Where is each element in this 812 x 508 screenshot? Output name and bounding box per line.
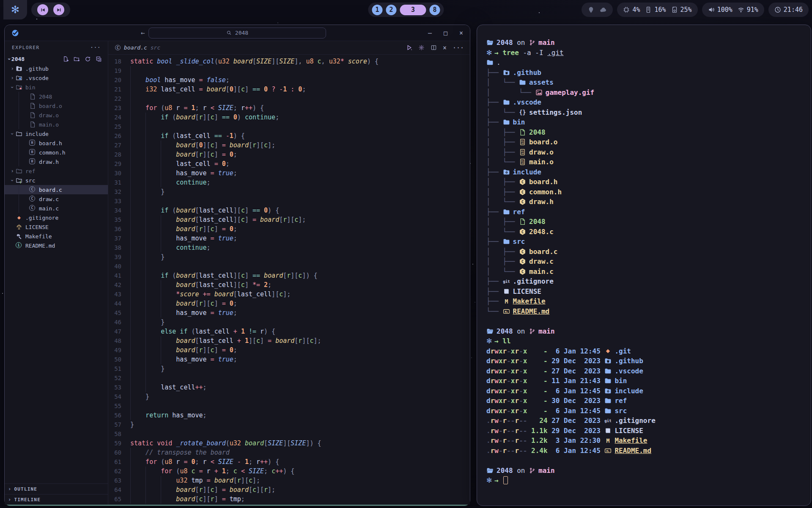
code-line-61: 61for (u8 r = 0; r < SIZE - 1; r++) { — [108, 457, 470, 467]
tree-row-ref: ├── ref — [486, 207, 801, 217]
window-controls: – □ × — [428, 29, 463, 37]
terminal-content[interactable]: 2048 on main✻ → tree -a -I .git.├── .git… — [477, 25, 811, 498]
explorer-item-src[interactable]: ›{src — [5, 176, 108, 185]
imgfile-icon — [535, 89, 543, 96]
editor-titlebar[interactable]: ← → 2048 – □ × — [5, 25, 470, 41]
svg-text:M↓: M↓ — [606, 449, 610, 453]
tree-row-2048: │ ├── 2048 — [486, 217, 801, 227]
chevron-down-icon: › — [9, 130, 15, 137]
tree-row-main.o: │ └── 0110main.o — [486, 157, 801, 167]
svg-text:git: git — [503, 280, 510, 284]
code-editor[interactable]: 18static bool _slide_col(u32 board[SIZE]… — [108, 55, 470, 505]
tab-board-c[interactable]: C board.c src — [115, 44, 160, 51]
code-line-19: 19 — [108, 66, 470, 75]
explorer-root-folder[interactable]: › 2048 — [5, 54, 108, 64]
folder-icon — [16, 130, 22, 137]
ll-row-ref: drwxr-xr-x - 30 Dec 2023 ref — [486, 396, 801, 406]
more-actions-icon[interactable]: ··· — [453, 44, 464, 52]
new-folder-button[interactable] — [74, 56, 80, 62]
line-number: 33 — [108, 196, 130, 206]
chevron-right-icon: › — [9, 75, 16, 81]
clock-widget[interactable]: 21:46 — [768, 3, 809, 17]
gearfolder-icon — [604, 387, 612, 395]
explorer-item-include[interactable]: ›include — [5, 129, 108, 138]
tree-row-board.o: │ ├── 0110board.o — [486, 137, 801, 147]
skip-back-button[interactable] — [37, 4, 48, 15]
explorer-item-2048[interactable]: 2048 — [5, 92, 108, 101]
code-line-50: 50has_move = true; — [108, 355, 470, 364]
split-editor-icon[interactable] — [431, 44, 437, 51]
explorer-item-board.o[interactable]: board.o — [5, 101, 108, 110]
tree-row-LICENSE: ├── LICENSE — [486, 287, 801, 297]
cpu-chip-icon — [623, 6, 630, 13]
collapse-all-button[interactable] — [96, 56, 102, 62]
workspace-8[interactable]: 8 — [430, 5, 440, 15]
maximize-button[interactable]: □ — [444, 29, 447, 37]
outline-panel-header[interactable]: ›OUTLINE — [5, 483, 108, 494]
refresh-button[interactable] — [85, 56, 91, 62]
explorer-item-README.md[interactable]: iREADME.md — [5, 241, 108, 250]
tree-row-.github: ├── .github — [486, 68, 801, 78]
item-label: .gitignore — [25, 215, 58, 221]
svg-text:M↓: M↓ — [505, 310, 508, 313]
settings-gear-icon[interactable] — [418, 44, 425, 51]
explorer-more-button[interactable]: ··· — [90, 44, 101, 51]
explorer-item-main.o[interactable]: main.o — [5, 120, 108, 129]
item-label: README.md — [25, 243, 55, 249]
tree-root: . — [486, 58, 801, 68]
code-line-21: 21i32 last_cell = board[0][c] == 0 ? -1 … — [108, 85, 470, 94]
explorer-item-.github[interactable]: ›.github — [5, 64, 108, 73]
code-line-57: 57} — [108, 420, 470, 429]
item-label: src — [25, 177, 35, 184]
line-number: 48 — [108, 336, 130, 345]
ram-stat: 16% — [645, 6, 666, 14]
binfile-icon: 0110 — [519, 158, 526, 166]
nav-back-button[interactable]: ← — [141, 29, 145, 37]
timeline-panel-header[interactable]: ›TIMELINE — [5, 494, 108, 505]
explorer-item-main.c[interactable]: Cmain.c — [5, 204, 108, 213]
code-line-54: 54} — [108, 392, 470, 401]
line-number: 55 — [108, 401, 130, 411]
svg-text:C: C — [521, 260, 524, 264]
editor-window: ← → 2048 – □ × EXPLORER ··· › 20 — [4, 25, 470, 506]
minimize-button[interactable]: – — [428, 29, 432, 37]
close-button[interactable]: × — [459, 29, 463, 37]
terminal-blank — [486, 316, 801, 326]
volume-stat[interactable]: 100% — [708, 6, 732, 14]
explorer-item-bin[interactable]: ›bin — [5, 83, 108, 92]
explorer-item-.vscode[interactable]: ›.vscode — [5, 73, 108, 83]
nix-launcher-button[interactable]: ✻ — [3, 0, 27, 19]
location-pin-icon — [587, 6, 595, 14]
explorer-item-LICENSE[interactable]: LICENSE — [5, 222, 108, 232]
git-branch-icon — [529, 328, 535, 334]
code-line-24: 24if (board[r][c] == 0) continue; — [108, 113, 470, 122]
sidebar-bottom-panels: ›OUTLINE ›TIMELINE — [5, 483, 108, 505]
editor-actions: ×··· — [406, 44, 470, 52]
line-number: 65 — [108, 494, 130, 504]
explorer-item-ref[interactable]: ›ref — [5, 166, 108, 176]
workspace-3-active[interactable]: 3 — [400, 5, 426, 15]
explorer-item-.gitignore[interactable]: ◆.gitignore — [5, 213, 108, 222]
explorer-item-common.h[interactable]: Hcommon.h — [5, 148, 108, 157]
explorer-item-board.c[interactable]: Cboard.c — [5, 185, 108, 194]
weather-widget[interactable] — [582, 3, 613, 17]
src-folder-icon: { — [16, 177, 22, 184]
workspace-1[interactable]: 1 — [372, 5, 383, 15]
workspace-2[interactable]: 2 — [386, 5, 397, 15]
explorer-item-draw.c[interactable]: Cdraw.c — [5, 194, 108, 204]
line-number: 63 — [108, 476, 130, 485]
close-editor-icon[interactable]: × — [443, 44, 447, 52]
explorer-item-Makefile[interactable]: Makefile — [5, 232, 108, 241]
folder-icon — [604, 397, 612, 404]
code-line-49: 49board[r][c] = 0; — [108, 345, 470, 355]
wifi-stat[interactable]: 91% — [738, 6, 758, 14]
explorer-item-board.h[interactable]: Hboard.h — [5, 138, 108, 148]
run-debug-icon[interactable] — [406, 44, 412, 51]
git-branch-icon — [529, 467, 535, 474]
explorer-item-draw.o[interactable]: draw.o — [5, 110, 108, 120]
explorer-item-draw.h[interactable]: Hdraw.h — [5, 157, 108, 166]
new-file-button[interactable] — [63, 56, 69, 62]
command-center-search[interactable]: 2048 — [148, 28, 326, 39]
skip-forward-button[interactable] — [53, 4, 64, 15]
code-line-64: 64board[r][c] = board[c][r]; — [108, 485, 470, 494]
